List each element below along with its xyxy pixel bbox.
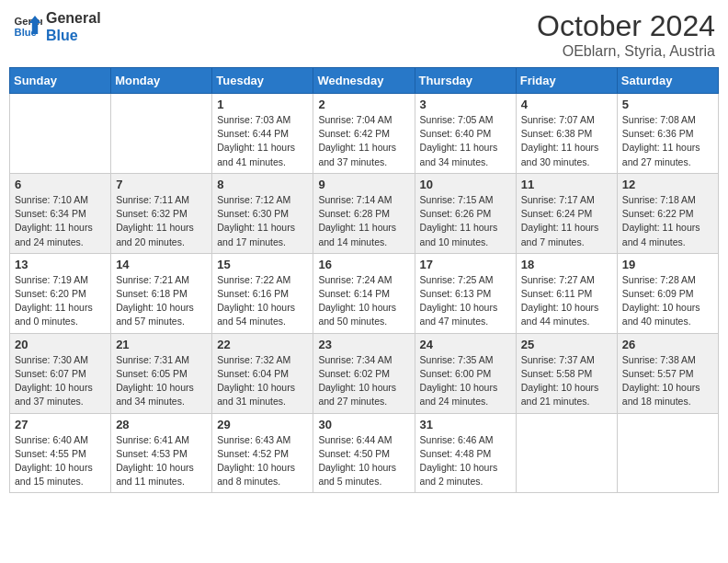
day-info: Sunrise: 7:27 AMSunset: 6:11 PMDaylight:… — [521, 274, 599, 327]
calendar-cell: 4 Sunrise: 7:07 AMSunset: 6:38 PMDayligh… — [516, 94, 617, 174]
calendar-body: 1 Sunrise: 7:03 AMSunset: 6:44 PMDayligh… — [10, 94, 719, 493]
day-info: Sunrise: 7:25 AMSunset: 6:13 PMDaylight:… — [420, 274, 498, 327]
logo-icon: General Blue — [13, 12, 42, 41]
logo-line1: General — [46, 9, 101, 27]
weekday-saturday: Saturday — [617, 68, 718, 94]
day-info: Sunrise: 7:10 AMSunset: 6:34 PMDaylight:… — [15, 194, 93, 247]
calendar-week-5: 27 Sunrise: 6:40 AMSunset: 4:55 PMDaylig… — [10, 413, 719, 493]
calendar-week-3: 13 Sunrise: 7:19 AMSunset: 6:20 PMDaylig… — [10, 253, 719, 333]
day-info: Sunrise: 6:43 AMSunset: 4:52 PMDaylight:… — [217, 434, 295, 488]
calendar-cell: 7 Sunrise: 7:11 AMSunset: 6:32 PMDayligh… — [111, 173, 212, 253]
day-info: Sunrise: 7:37 AMSunset: 5:58 PMDaylight:… — [521, 354, 599, 408]
day-info: Sunrise: 6:41 AMSunset: 4:53 PMDaylight:… — [116, 434, 194, 488]
day-number: 22 — [217, 338, 308, 351]
calendar-cell: 25 Sunrise: 7:37 AMSunset: 5:58 PMDaylig… — [516, 333, 617, 413]
day-info: Sunrise: 7:35 AMSunset: 6:00 PMDaylight:… — [420, 354, 498, 408]
day-info: Sunrise: 7:38 AMSunset: 5:57 PMDaylight:… — [622, 354, 700, 408]
calendar-cell: 16 Sunrise: 7:24 AMSunset: 6:14 PMDaylig… — [313, 253, 415, 333]
title-block: October 2024 OEblarn, Styria, Austria — [537, 9, 715, 60]
day-number: 4 — [521, 98, 612, 111]
calendar-cell: 5 Sunrise: 7:08 AMSunset: 6:36 PMDayligh… — [617, 94, 718, 174]
calendar-cell: 13 Sunrise: 7:19 AMSunset: 6:20 PMDaylig… — [10, 253, 111, 333]
day-number: 14 — [116, 258, 207, 271]
weekday-thursday: Thursday — [415, 68, 516, 94]
day-number: 26 — [622, 338, 713, 351]
weekday-monday: Monday — [111, 68, 212, 94]
day-info: Sunrise: 7:14 AMSunset: 6:28 PMDaylight:… — [318, 194, 396, 247]
day-info: Sunrise: 7:32 AMSunset: 6:04 PMDaylight:… — [217, 354, 295, 408]
day-number: 12 — [622, 178, 713, 191]
day-info: Sunrise: 7:03 AMSunset: 6:44 PMDaylight:… — [217, 114, 295, 167]
day-info: Sunrise: 7:34 AMSunset: 6:02 PMDaylight:… — [318, 354, 396, 408]
day-number: 20 — [15, 338, 106, 351]
day-number: 27 — [15, 418, 106, 431]
weekday-wednesday: Wednesday — [313, 68, 415, 94]
calendar-cell: 3 Sunrise: 7:05 AMSunset: 6:40 PMDayligh… — [415, 94, 516, 174]
calendar-cell — [111, 94, 212, 174]
calendar-cell: 10 Sunrise: 7:15 AMSunset: 6:26 PMDaylig… — [415, 173, 516, 253]
calendar-cell: 21 Sunrise: 7:31 AMSunset: 6:05 PMDaylig… — [111, 333, 212, 413]
day-number: 18 — [521, 258, 612, 271]
day-info: Sunrise: 7:11 AMSunset: 6:32 PMDaylight:… — [116, 194, 194, 247]
day-info: Sunrise: 7:05 AMSunset: 6:40 PMDaylight:… — [420, 114, 498, 167]
calendar-cell: 8 Sunrise: 7:12 AMSunset: 6:30 PMDayligh… — [212, 173, 313, 253]
day-number: 7 — [116, 178, 207, 191]
calendar-cell: 1 Sunrise: 7:03 AMSunset: 6:44 PMDayligh… — [212, 94, 313, 174]
calendar-cell: 11 Sunrise: 7:17 AMSunset: 6:24 PMDaylig… — [516, 173, 617, 253]
day-number: 8 — [217, 178, 308, 191]
day-number: 30 — [318, 418, 409, 431]
day-number: 6 — [15, 178, 106, 191]
day-number: 24 — [420, 338, 511, 351]
calendar-cell: 14 Sunrise: 7:21 AMSunset: 6:18 PMDaylig… — [111, 253, 212, 333]
calendar-cell: 18 Sunrise: 7:27 AMSunset: 6:11 PMDaylig… — [516, 253, 617, 333]
calendar-cell: 15 Sunrise: 7:22 AMSunset: 6:16 PMDaylig… — [212, 253, 313, 333]
day-info: Sunrise: 7:15 AMSunset: 6:26 PMDaylight:… — [420, 194, 498, 247]
day-info: Sunrise: 7:04 AMSunset: 6:42 PMDaylight:… — [318, 114, 396, 167]
calendar-cell — [617, 413, 718, 493]
calendar-cell: 20 Sunrise: 7:30 AMSunset: 6:07 PMDaylig… — [10, 333, 111, 413]
day-info: Sunrise: 6:40 AMSunset: 4:55 PMDaylight:… — [15, 434, 93, 488]
calendar-cell: 22 Sunrise: 7:32 AMSunset: 6:04 PMDaylig… — [212, 333, 313, 413]
day-number: 1 — [217, 98, 308, 111]
calendar-cell: 28 Sunrise: 6:41 AMSunset: 4:53 PMDaylig… — [111, 413, 212, 493]
day-number: 19 — [622, 258, 713, 271]
calendar-table: SundayMondayTuesdayWednesdayThursdayFrid… — [9, 67, 719, 493]
calendar-cell: 24 Sunrise: 7:35 AMSunset: 6:00 PMDaylig… — [415, 333, 516, 413]
day-info: Sunrise: 7:22 AMSunset: 6:16 PMDaylight:… — [217, 274, 295, 327]
calendar-cell: 30 Sunrise: 6:44 AMSunset: 4:50 PMDaylig… — [313, 413, 415, 493]
day-info: Sunrise: 6:44 AMSunset: 4:50 PMDaylight:… — [318, 434, 396, 488]
logo: General Blue General Blue — [13, 9, 101, 44]
calendar-cell: 19 Sunrise: 7:28 AMSunset: 6:09 PMDaylig… — [617, 253, 718, 333]
day-number: 17 — [420, 258, 511, 271]
weekday-tuesday: Tuesday — [212, 68, 313, 94]
calendar-cell: 6 Sunrise: 7:10 AMSunset: 6:34 PMDayligh… — [10, 173, 111, 253]
weekday-friday: Friday — [516, 68, 617, 94]
day-info: Sunrise: 7:18 AMSunset: 6:22 PMDaylight:… — [622, 194, 700, 247]
day-number: 11 — [521, 178, 612, 191]
day-number: 25 — [521, 338, 612, 351]
calendar-week-1: 1 Sunrise: 7:03 AMSunset: 6:44 PMDayligh… — [10, 94, 719, 174]
day-info: Sunrise: 7:17 AMSunset: 6:24 PMDaylight:… — [521, 194, 599, 247]
calendar-cell: 26 Sunrise: 7:38 AMSunset: 5:57 PMDaylig… — [617, 333, 718, 413]
day-info: Sunrise: 7:24 AMSunset: 6:14 PMDaylight:… — [318, 274, 396, 327]
day-info: Sunrise: 7:28 AMSunset: 6:09 PMDaylight:… — [622, 274, 700, 327]
day-info: Sunrise: 7:31 AMSunset: 6:05 PMDaylight:… — [116, 354, 194, 408]
day-number: 3 — [420, 98, 511, 111]
day-number: 2 — [318, 98, 409, 111]
day-number: 9 — [318, 178, 409, 191]
day-number: 10 — [420, 178, 511, 191]
day-info: Sunrise: 7:21 AMSunset: 6:18 PMDaylight:… — [116, 274, 194, 327]
calendar-cell: 9 Sunrise: 7:14 AMSunset: 6:28 PMDayligh… — [313, 173, 415, 253]
calendar-cell: 31 Sunrise: 6:46 AMSunset: 4:48 PMDaylig… — [415, 413, 516, 493]
weekday-header-row: SundayMondayTuesdayWednesdayThursdayFrid… — [10, 68, 719, 94]
day-number: 29 — [217, 418, 308, 431]
day-info: Sunrise: 7:19 AMSunset: 6:20 PMDaylight:… — [15, 274, 93, 327]
calendar-cell: 23 Sunrise: 7:34 AMSunset: 6:02 PMDaylig… — [313, 333, 415, 413]
day-info: Sunrise: 7:30 AMSunset: 6:07 PMDaylight:… — [15, 354, 93, 408]
logo-line2: Blue — [46, 27, 101, 44]
day-info: Sunrise: 7:08 AMSunset: 6:36 PMDaylight:… — [622, 114, 700, 167]
day-info: Sunrise: 7:07 AMSunset: 6:38 PMDaylight:… — [521, 114, 599, 167]
day-number: 28 — [116, 418, 207, 431]
calendar-cell: 27 Sunrise: 6:40 AMSunset: 4:55 PMDaylig… — [10, 413, 111, 493]
month-title: October 2024 — [537, 9, 715, 43]
